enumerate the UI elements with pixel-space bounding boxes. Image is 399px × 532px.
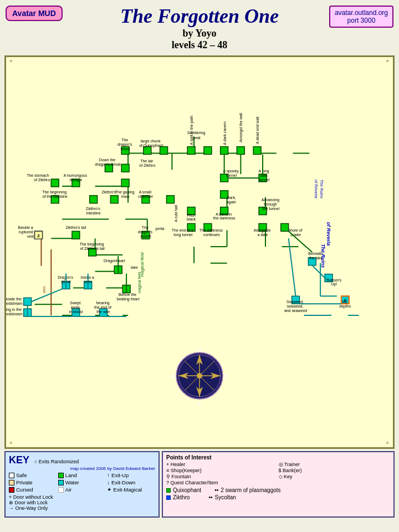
poi-fountain: ⚲ Fountain [166,474,278,479]
header: Avatar MUD The Forgotten One by Yoyo lev… [0,0,399,53]
svg-rect-51 [237,147,244,155]
poi-key: ◇ Key [279,474,391,479]
svg-rect-58 [51,179,59,187]
svg-text:Dark,: Dark, [227,196,236,200]
svg-text:W: W [171,374,176,379]
poi-list: Quixophant •• 2 swarm of plasmaggots Zik… [166,487,390,500]
svg-text:vein: vein [42,286,46,293]
svg-rect-4 [386,442,388,444]
svg-rect-52 [253,147,261,155]
svg-text:A small
        chamber: A small chamber [138,190,154,198]
quixophant-dot [166,488,171,493]
svg-text:Amongst the wall: Amongst the wall [239,112,243,142]
svg-text:Advancing
        through
    : Advancing through the tunnel [262,198,280,211]
svg-text:black: black [187,217,196,221]
svg-text:Inside the
        bloodstream: Inside the bloodstream [6,297,23,305]
svg-rect-1 [10,60,12,62]
svg-text:A long
        dark
        tu: A long dark tunnel [258,169,270,182]
key-cursed: Cursed [9,487,57,493]
svg-rect-69 [167,196,175,203]
sycoltan-dots: •• [209,494,213,500]
svg-text:A dead end wall: A dead end wall [255,116,259,144]
svg-rect-48 [187,147,195,155]
safe-color-box [9,473,14,478]
avatar-mud-badge: Avatar MUD [6,6,63,21]
svg-rect-56 [121,164,129,172]
svg-text:of Reveria: of Reveria [326,222,331,245]
poi-healer: + Healer [166,462,278,467]
exit-up-icon: ↑ [107,472,110,478]
svg-rect-2 [386,60,388,62]
key-area: KEY ○ Exits Randomized map created 2006 … [4,451,395,518]
svg-rect-61 [110,196,118,203]
zikthro-dot [166,495,171,500]
poi-shop: ≡ Shop(Keeper) [166,468,278,473]
swarm-dots: •• [214,487,218,493]
svg-text:Seaweed,
        seaweed,
    : Seaweed, seaweed, and seaweed [284,300,307,313]
land-color-box [58,473,64,478]
svg-text:Floating in the
        bloods: Floating in the bloodstream [6,308,23,316]
svg-text:E: E [224,374,228,379]
svg-rect-54 [144,147,151,155]
key-exit-magical: ✦ Exit-Magical [107,487,155,493]
svg-text:of Reveria: of Reveria [314,180,319,198]
svg-rect-49 [204,147,212,155]
svg-text:A split in the path: A split in the path [190,116,194,145]
private-color-box [9,480,14,485]
subtitle: by Yoyo levels 42 – 48 [0,28,399,51]
svg-text:S: S [198,401,201,407]
water-color-box [58,480,64,485]
svg-text:The Ruins: The Ruins [319,180,324,198]
poi-quest: ? Quest Character/Item [166,480,390,485]
points-of-interest: Points of Interest + Healer ◎ Trainer ≡ … [162,451,395,518]
svg-point-161 [197,373,202,378]
svg-rect-50 [221,147,228,155]
svg-text:The end of a
        long tunn: The end of a long tunnel [172,228,195,237]
key-legend: KEY ○ Exits Randomized map created 2006 … [4,451,160,518]
poi-title: Points of Interest [166,454,390,461]
poi-bank: $ Bank(er) [279,468,391,473]
svg-text:Zikthro's tail: Zikthro's tail [66,226,86,229]
svg-rect-63 [90,196,98,203]
svg-text:lake: lake [131,265,138,269]
server-badge: avatar.outland.org port 3000 [329,6,393,28]
key-safe: Safe [9,472,57,478]
svg-text:Pitch: Pitch [187,213,196,217]
key-exit-down: ↓ Exit-Down [107,479,155,485]
exit-magical-icon: ✦ [107,487,111,493]
svg-text:A rubi hall: A rubi hall [174,205,178,222]
svg-rect-83 [24,298,32,305]
svg-text:Before the
        beating hea: Before the beating heart [117,293,140,301]
poi-quixophant: Quixophant •• 2 swarm of plasmaggots [166,487,390,493]
cursed-color-box [9,487,14,493]
svg-text:magical field: magical field [137,272,142,294]
svg-text:Up!: Up! [331,282,337,287]
svg-text:2: 2 [37,233,40,238]
svg-text:Zikthro's: Zikthro's [101,190,116,194]
poi-trainer: ◎ Trainer [279,462,391,467]
map-credit: map created 2006 by David Edward Barber [9,466,155,471]
svg-text:The Ruins: The Ruins [320,244,326,268]
key-private: Private [9,479,57,485]
exits-randomized: ○ Exits Randomized [34,459,79,464]
svg-text:Nearing
        the end of
   : Nearing the end of the vein [94,301,112,314]
svg-text:A bend in
        the darkness: A bend in the darkness [213,212,236,221]
key-land: Land [58,472,106,478]
key-exit-up: ↑ Exit-Up [107,472,155,478]
map-area: magical field [4,55,395,449]
svg-text:Zikthro's
        intestine: Zikthro's intestine [86,207,101,215]
air-color-box [58,487,64,493]
svg-text:The beginning
        of Zikth: The beginning of Zikthro's tail [80,242,105,250]
svg-text:The beginning
        of the i: The beginning of the intestine [42,190,68,198]
key-water: Water [58,479,106,485]
poi-zikthro: Zikthro •• Sycoltan [166,494,390,500]
svg-text:A dark cavern: A dark cavern [223,121,227,145]
svg-text:large chunk
        of Quixoph: large chunk of Quixophant [139,139,163,148]
svg-text:N: N [198,347,201,352]
key-doors: + Door without Lock ⊕ Door with Lock → O… [9,494,155,511]
svg-text:Bottom's: Bottom's [327,278,342,282]
key-air: Air [58,487,106,493]
svg-text:The lair
        of Zikthro: The lair of Zikthro [139,159,155,167]
svg-text:porta: porta [156,227,165,231]
svg-rect-66 [72,231,80,239]
